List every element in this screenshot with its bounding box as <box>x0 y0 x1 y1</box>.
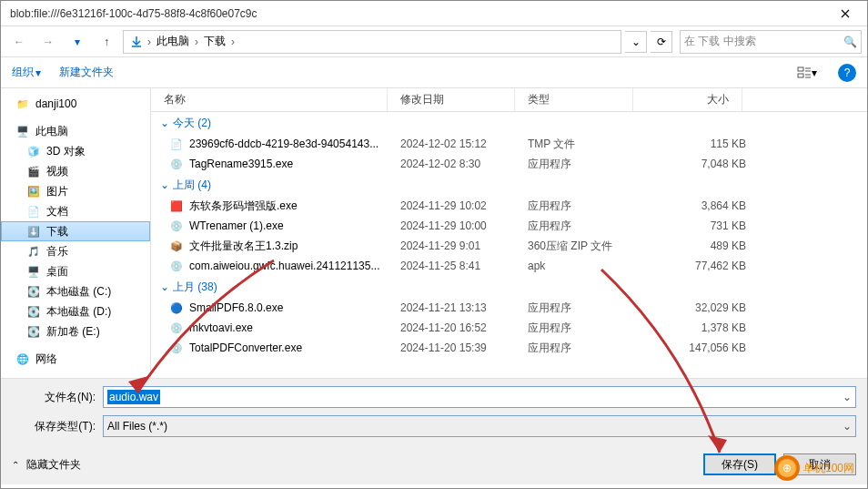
video-icon: 🎬 <box>26 164 41 178</box>
file-icon: 💿 <box>169 321 184 335</box>
file-size: 731 KB <box>646 219 746 232</box>
file-row[interactable]: 📦文件批量改名王1.3.zip2024-11-29 9:01360压缩 ZIP … <box>151 236 867 256</box>
disk-icon: 💽 <box>26 324 41 339</box>
col-type[interactable]: 类型 <box>515 88 633 111</box>
file-date: 2024-12-02 15:12 <box>400 138 528 150</box>
tree-item-documents[interactable]: 📄文档 <box>1 201 150 221</box>
file-pane: 名称 修改日期 类型 大小 ⌄今天 (2)📄23969cf6-ddcb-4219… <box>151 88 867 378</box>
filetype-label: 保存类型(T): <box>12 419 103 434</box>
file-icon: 🔵 <box>169 301 184 315</box>
file-row[interactable]: 🟥东软条形码增强版.exe2024-11-29 10:02应用程序3,864 K… <box>151 196 867 216</box>
file-type: 应用程序 <box>528 199 646 214</box>
file-icon: 💿 <box>169 157 184 171</box>
filetype-value: All Files (*.*) <box>107 420 167 433</box>
col-name[interactable]: 名称 <box>151 88 388 111</box>
recent-button[interactable]: ▾ <box>65 31 90 53</box>
group-header[interactable]: ⌄上周 (4) <box>151 174 867 196</box>
nav-pane: 📁danji100 🖥️此电脑 🧊3D 对象 🎬视频 🖼️图片 📄文档 ⬇️下载… <box>1 88 151 378</box>
file-row[interactable]: 📄23969cf6-ddcb-4219-8e3d-94054143...2024… <box>151 134 867 154</box>
disk-icon: 💽 <box>26 284 41 299</box>
tree-item-this-pc[interactable]: 🖥️此电脑 <box>1 121 150 141</box>
view-button[interactable]: ▾ <box>794 62 820 84</box>
window-title: blob:file:///6e31216f-100c-4d75-88f8-4c8… <box>10 7 827 20</box>
back-button[interactable]: ← <box>6 31 32 53</box>
file-name: 文件批量改名王1.3.zip <box>189 239 400 254</box>
file-row[interactable]: 💿mkvtoavi.exe2024-11-20 16:52应用程序1,378 K… <box>151 318 867 338</box>
chevron-down-icon[interactable]: ⌄ <box>843 391 852 403</box>
expand-icon[interactable]: ⌃ <box>12 460 19 470</box>
file-row[interactable]: 💿TagRename3915.exe2024-12-02 8:30应用程序7,0… <box>151 154 867 174</box>
file-size: 1,378 KB <box>646 321 746 334</box>
cancel-button[interactable]: 取消 <box>783 453 856 475</box>
file-name: 23969cf6-ddcb-4219-8e3d-94054143... <box>189 138 400 150</box>
help-button[interactable]: ? <box>838 64 856 82</box>
refresh-button[interactable]: ⟳ <box>651 31 672 53</box>
chevron-down-icon[interactable]: ⌄ <box>843 420 852 433</box>
tree-item-3d[interactable]: 🧊3D 对象 <box>1 141 150 161</box>
file-size: 147,056 KB <box>646 341 746 354</box>
download-icon: ⬇️ <box>26 224 41 239</box>
breadcrumb[interactable]: › 此电脑 › 下载 › <box>123 30 621 54</box>
tree-item-pictures[interactable]: 🖼️图片 <box>1 181 150 201</box>
file-row[interactable]: 💿WTrenamer (1).exe2024-11-29 10:00应用程序73… <box>151 216 867 236</box>
close-button[interactable] <box>827 3 863 25</box>
file-name: TotalPDFConverter.exe <box>189 341 400 354</box>
tree-item-disk-d[interactable]: 💽本地磁盘 (D:) <box>1 301 150 321</box>
file-size: 7,048 KB <box>646 158 746 170</box>
chevron-down-icon: ⌄ <box>160 280 169 293</box>
file-name: SmallPDF6.8.0.exe <box>189 301 400 314</box>
group-header[interactable]: ⌄今天 (2) <box>151 112 867 134</box>
tree-item-music[interactable]: 🎵音乐 <box>1 241 150 261</box>
pictures-icon: 🖼️ <box>26 184 41 199</box>
save-button[interactable]: 保存(S) <box>703 453 776 475</box>
file-name: mkvtoavi.exe <box>189 321 400 334</box>
file-row[interactable]: 💿com.aiweiou.gwfc.huawei.241121135...202… <box>151 256 867 276</box>
file-size: 115 KB <box>646 138 746 150</box>
organize-button[interactable]: 组织 ▾ <box>12 65 41 80</box>
file-date: 2024-11-29 9:01 <box>400 239 528 252</box>
up-button[interactable]: ↑ <box>94 31 119 53</box>
tree-item-danji[interactable]: 📁danji100 <box>1 94 150 114</box>
file-date: 2024-12-02 8:30 <box>400 158 528 170</box>
chevron-right-icon: › <box>193 36 200 48</box>
file-date: 2024-11-20 15:39 <box>400 341 528 354</box>
bottom-panel: 文件名(N): audio.wav ⌄ 保存类型(T): All Files (… <box>1 378 867 448</box>
chevron-right-icon: › <box>146 36 153 48</box>
filetype-select[interactable]: All Files (*.*) ⌄ <box>103 415 856 437</box>
col-size[interactable]: 大小 <box>633 88 742 111</box>
download-icon <box>127 33 146 51</box>
documents-icon: 📄 <box>26 204 41 219</box>
network-icon: 🌐 <box>15 351 30 366</box>
breadcrumb-downloads[interactable]: 下载 <box>200 34 229 49</box>
file-date: 2024-11-29 10:02 <box>400 199 528 212</box>
search-input[interactable]: 在 下载 中搜索 🔍 <box>680 30 862 54</box>
pc-icon: 🖥️ <box>15 124 30 138</box>
actions: ⌃ 隐藏文件夹 保存(S) 取消 <box>1 448 867 484</box>
tree-item-disk-c[interactable]: 💽本地磁盘 (C:) <box>1 281 150 301</box>
3d-icon: 🧊 <box>26 144 41 158</box>
file-type: 应用程序 <box>528 219 646 234</box>
file-icon: 💿 <box>169 341 184 355</box>
col-date[interactable]: 修改日期 <box>388 88 515 111</box>
filename-input[interactable]: audio.wav ⌄ <box>103 386 856 408</box>
file-size: 32,029 KB <box>646 301 746 314</box>
folder-icon: 📁 <box>15 97 30 111</box>
tree-item-network[interactable]: 🌐网络 <box>1 349 150 369</box>
file-icon: 💿 <box>169 259 184 273</box>
path-dropdown[interactable]: ⌄ <box>625 31 647 53</box>
breadcrumb-this-pc[interactable]: 此电脑 <box>153 34 193 49</box>
file-size: 489 KB <box>646 239 746 252</box>
group-header[interactable]: ⌄上月 (38) <box>151 276 867 298</box>
tree-item-disk-e[interactable]: 💽新加卷 (E:) <box>1 321 150 341</box>
file-type: 应用程序 <box>528 301 646 316</box>
file-name: 东软条形码增强版.exe <box>189 199 400 214</box>
hide-folders-button[interactable]: 隐藏文件夹 <box>26 457 81 473</box>
file-name: TagRename3915.exe <box>189 158 400 170</box>
file-row[interactable]: 💿TotalPDFConverter.exe2024-11-20 15:39应用… <box>151 338 867 358</box>
forward-button[interactable]: → <box>35 31 61 53</box>
tree-item-downloads[interactable]: ⬇️下载 <box>1 221 150 241</box>
tree-item-desktop[interactable]: 🖥️桌面 <box>1 261 150 281</box>
tree-item-video[interactable]: 🎬视频 <box>1 161 150 181</box>
new-folder-button[interactable]: 新建文件夹 <box>59 65 114 80</box>
file-row[interactable]: 🔵SmallPDF6.8.0.exe2024-11-21 13:13应用程序32… <box>151 298 867 318</box>
